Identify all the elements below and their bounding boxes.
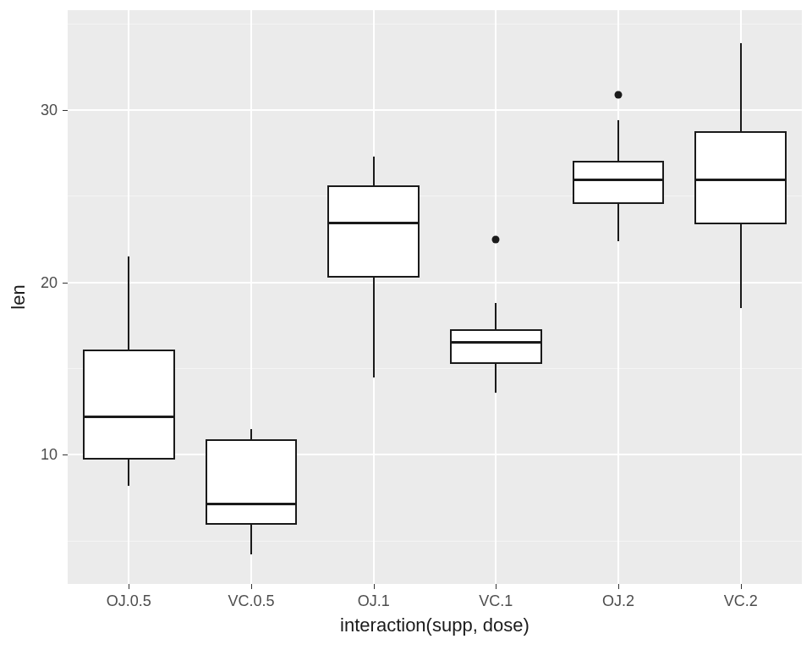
box [206,439,298,525]
panel-background [68,10,802,584]
y-tick [63,283,68,284]
whisker [740,224,742,308]
y-tick-label: 20 [0,273,58,291]
x-tick-label: OJ.1 [358,592,390,610]
grid-minor-h [68,541,802,542]
y-tick-label: 30 [0,102,58,119]
box [327,185,420,278]
x-tick [129,584,129,589]
median-line [573,179,665,181]
whisker [495,364,497,393]
y-tick [63,110,68,111]
x-tick [741,584,742,589]
x-tick-label: VC.0.5 [228,592,274,610]
grid-major-h [68,454,802,455]
x-tick [374,584,375,589]
x-tick [496,584,497,589]
y-tick [63,454,68,455]
whisker [128,256,129,350]
median-line [206,503,298,505]
x-tick [251,584,252,589]
whisker [373,157,375,185]
grid-major-v [495,10,497,584]
whisker [128,460,129,486]
outlier-point [615,91,623,98]
box [573,161,665,204]
outlier-point [492,235,500,243]
whisker [617,120,619,160]
whisker [373,278,375,377]
boxplot-chart: len interaction(supp, dose) 102030OJ.0.5… [0,0,812,650]
x-tick [618,584,619,589]
median-line [327,222,420,224]
grid-major-h [68,282,802,284]
whisker [250,525,252,555]
box [694,131,787,224]
box [83,350,175,460]
whisker [740,43,742,131]
grid-major-h [68,109,802,111]
median-line [450,341,542,344]
median-line [83,416,175,418]
x-tick-label: OJ.2 [602,592,634,610]
grid-minor-h [68,368,802,369]
whisker [495,303,497,329]
whisker [617,204,619,241]
box [450,329,542,365]
x-axis-title: interaction(supp, dose) [340,614,529,636]
x-tick-label: OJ.0.5 [107,592,151,610]
median-line [694,179,787,181]
grid-minor-h [68,196,802,196]
grid-minor-h [68,24,802,25]
y-tick-label: 10 [0,446,58,464]
x-tick-label: VC.2 [724,592,758,610]
whisker [250,429,252,439]
x-tick-label: VC.1 [479,592,513,610]
